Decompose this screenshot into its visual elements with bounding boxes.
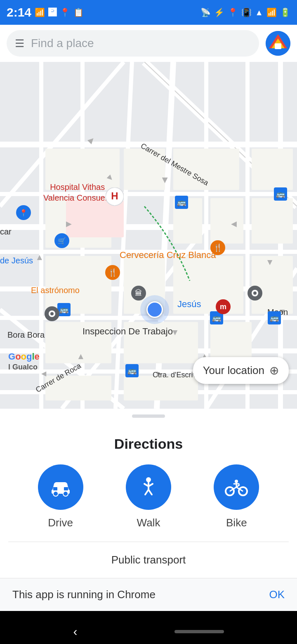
- status-time: 2:14: [7, 5, 31, 19]
- vibrate-icon: 📳: [241, 7, 252, 17]
- parking-icon: 🅿: [48, 8, 57, 17]
- svg-rect-92: [64, 487, 68, 490]
- bus-stop-6: 🚌: [125, 364, 139, 377]
- search-bar: ☰ Find a place: [0, 25, 297, 62]
- location-dot: [146, 301, 163, 318]
- bus-stop-2: 🚌: [274, 187, 287, 201]
- battery-icon: 🔋: [280, 7, 290, 17]
- your-location-label: Your location: [203, 364, 264, 377]
- svg-text:▶: ▶: [66, 220, 72, 228]
- google-logo: Google l Gualco: [8, 351, 40, 372]
- svg-rect-35: [45, 256, 111, 314]
- bus-stop-5: 🚌: [268, 311, 281, 324]
- svg-text:📍: 📍: [19, 209, 28, 217]
- walk-mode[interactable]: Walk: [126, 464, 171, 529]
- transport-modes: Drive Walk: [0, 464, 297, 542]
- food-pin-2: 🍴: [105, 265, 120, 285]
- drag-handle: [132, 414, 165, 418]
- chrome-message: This app is running in Chrome: [12, 588, 156, 601]
- public-transport-row[interactable]: Public transport: [0, 542, 297, 578]
- directions-title: Directions: [0, 432, 297, 464]
- hospital-pin: H: [106, 187, 124, 211]
- google-sub: l Gualco: [8, 363, 40, 372]
- status-right: 📡 ⚡ 📍 📳 ▲ 📶 🔋: [200, 7, 290, 17]
- walk-label: Walk: [137, 516, 160, 529]
- bike-label: Bike: [226, 516, 247, 529]
- svg-text:🍴: 🍴: [213, 243, 223, 252]
- back-button[interactable]: ‹: [73, 625, 78, 639]
- svg-line-98: [148, 490, 152, 495]
- svg-text:H: H: [111, 190, 118, 201]
- car-pin: 📍: [16, 205, 31, 225]
- target-icon: ⊕: [269, 364, 279, 377]
- svg-point-101: [235, 480, 238, 483]
- svg-rect-43: [124, 376, 198, 400]
- svg-rect-30: [173, 149, 239, 190]
- avatar[interactable]: [266, 31, 290, 56]
- bus-stop-1: 🚌: [175, 196, 188, 209]
- signal2-icon: 📶: [266, 7, 277, 17]
- signal-icon: 📶: [35, 7, 45, 17]
- status-bar: 2:14 📶 🅿 📍 📋 📡 ⚡ 📍 📳 ▲ 📶 🔋: [0, 0, 297, 25]
- svg-text:🍴: 🍴: [108, 268, 118, 277]
- svg-point-86: [253, 291, 257, 295]
- location-icon: 📍: [60, 7, 70, 17]
- bike-mode[interactable]: Bike: [214, 464, 259, 529]
- svg-rect-40: [124, 322, 198, 363]
- svg-point-90: [63, 491, 68, 496]
- svg-rect-34: [252, 198, 293, 244]
- museum-pin: 🏛: [131, 286, 146, 305]
- public-transport-label: Public transport: [111, 554, 186, 566]
- svg-rect-33: [252, 149, 293, 190]
- screen-icon: 📋: [73, 7, 84, 17]
- moon-pin: [248, 286, 262, 305]
- svg-text:🛒: 🛒: [58, 237, 66, 245]
- gps-icon: 📍: [228, 7, 238, 17]
- svg-text:◀: ◀: [231, 220, 237, 228]
- drive-mode[interactable]: Drive: [38, 464, 83, 529]
- drive-label: Drive: [48, 516, 73, 529]
- svg-rect-42: [45, 376, 111, 400]
- borabora-pin: [45, 306, 59, 326]
- svg-rect-91: [53, 487, 57, 490]
- wifi-icon: ▲: [255, 8, 263, 17]
- home-indicator[interactable]: [174, 630, 224, 633]
- hamburger-icon[interactable]: ☰: [15, 37, 24, 50]
- svg-rect-3: [275, 43, 281, 49]
- drag-handle-area[interactable]: [0, 409, 297, 424]
- bluetooth-icon: ⚡: [214, 7, 224, 17]
- your-location-button[interactable]: Your location ⊕: [193, 357, 289, 384]
- svg-text:▶: ▶: [267, 260, 274, 265]
- svg-text:▶: ▶: [172, 330, 179, 336]
- svg-text:▶: ▶: [157, 370, 162, 377]
- chrome-ok-button[interactable]: OK: [269, 588, 285, 601]
- chrome-banner: This app is running in Chrome OK: [0, 578, 297, 611]
- drive-icon-circle: [38, 464, 83, 510]
- svg-text:◀: ◀: [41, 370, 47, 377]
- metro-badge: m: [216, 299, 231, 314]
- status-left: 2:14 📶 🅿 📍 📋: [7, 5, 84, 19]
- svg-point-82: [50, 312, 54, 315]
- shopping-pin: 🛒: [54, 233, 69, 253]
- svg-rect-27: [45, 149, 120, 190]
- map-area[interactable]: ▶ ▶ ◀ ▶ ▶ ▶ ▶ ▶ ▶ ▶ ▶ ▶ ▶ ◀ Hospital Vit…: [0, 62, 297, 409]
- svg-rect-29: [124, 149, 165, 190]
- food-pin-1: 🍴: [210, 240, 225, 260]
- nav-bar: ‹: [0, 611, 297, 644]
- walk-icon-circle: [126, 464, 171, 510]
- svg-text:▶: ▶: [77, 354, 84, 359]
- bike-icon-circle: [214, 464, 259, 510]
- cast-icon: 📡: [200, 7, 211, 17]
- svg-text:▶: ▶: [161, 178, 170, 183]
- svg-text:🏛: 🏛: [135, 289, 142, 297]
- search-placeholder: Find a place: [31, 37, 94, 50]
- search-input-wrapper[interactable]: ☰ Find a place: [7, 30, 259, 57]
- bottom-sheet: Directions Drive: [0, 424, 297, 578]
- svg-rect-37: [173, 256, 243, 314]
- svg-point-89: [53, 491, 58, 496]
- svg-text:▶: ▶: [35, 255, 42, 260]
- svg-rect-32: [210, 198, 243, 244]
